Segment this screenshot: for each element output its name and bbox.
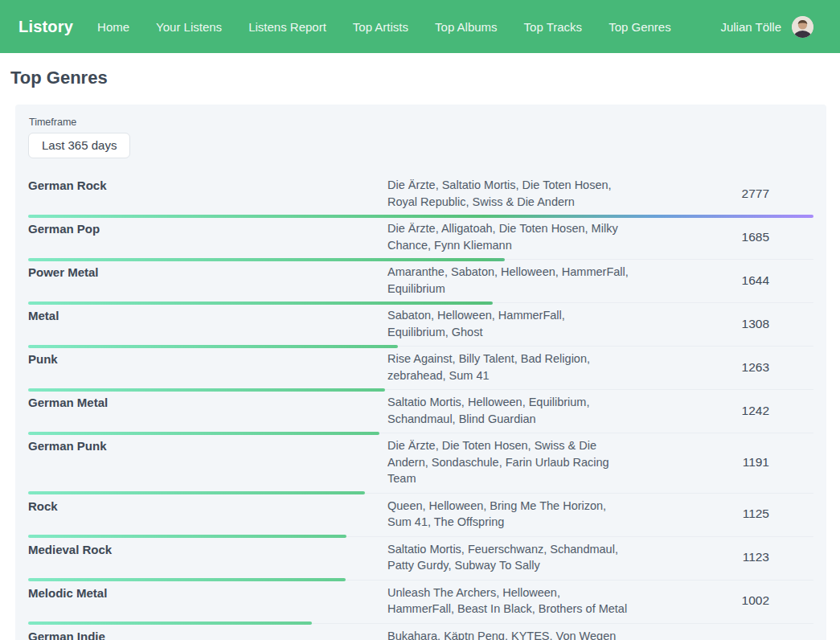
genre-listen-count: 1242 xyxy=(629,404,813,418)
genre-table: German Rock Die Ärzte, Saltatio Mortis, … xyxy=(28,173,813,640)
genre-row: German Pop Die Ärzte, Alligatoah, Die To… xyxy=(28,216,813,260)
genre-row: German Indie Bukahara, Käptn Peng, KYTES… xyxy=(28,624,813,640)
genre-listen-count: 2777 xyxy=(629,187,813,201)
genre-top-artists: Die Ärzte, Alligatoah, Die Toten Hosen, … xyxy=(387,220,629,253)
top-nav: Listory Home Your Listens Listens Report… xyxy=(0,0,840,53)
genre-name: Metal xyxy=(28,307,387,340)
timeframe-label: Timeframe xyxy=(29,117,813,128)
genre-listen-count: 1191 xyxy=(629,455,813,470)
genre-row: German Metal Saltatio Mortis, Helloween,… xyxy=(28,390,813,433)
genre-row: Rock Queen, Helloween, Bring Me The Hori… xyxy=(28,494,813,537)
genre-top-artists: Saltatio Mortis, Feuerschwanz, Schandmau… xyxy=(387,541,629,574)
avatar-photo xyxy=(792,16,813,38)
genre-top-artists: Unleash The Archers, Helloween, HammerFa… xyxy=(387,585,629,617)
nav-item-top-albums[interactable]: Top Albums xyxy=(435,20,498,34)
genre-name: Medieval Rock xyxy=(28,541,387,574)
genre-listen-count: 1308 xyxy=(629,317,813,331)
genre-name: German Indie xyxy=(28,628,387,640)
nav-item-top-tracks[interactable]: Top Tracks xyxy=(524,20,583,34)
genre-listen-count: 1644 xyxy=(629,273,813,288)
nav-item-top-genres[interactable]: Top Genres xyxy=(608,20,671,34)
genre-listen-count: 1263 xyxy=(629,360,813,375)
genre-row: Metal Sabaton, Helloween, HammerFall, Eq… xyxy=(28,303,813,347)
page-title: Top Genres xyxy=(10,68,826,88)
genre-top-artists: Die Ärzte, Die Toten Hosen, Swiss & Die … xyxy=(387,437,629,487)
user-avatar-icon[interactable] xyxy=(792,16,813,38)
top-genres-card: Timeframe Last 365 days German Rock Die … xyxy=(15,105,826,640)
nav-item-home[interactable]: Home xyxy=(97,20,129,34)
genre-top-artists: Bukahara, Käptn Peng, KYTES, Von Wegen L… xyxy=(387,628,629,640)
genre-row: German Rock Die Ärzte, Saltatio Mortis, … xyxy=(28,173,813,216)
genre-name: German Metal xyxy=(28,394,387,427)
genre-listen-count: 1002 xyxy=(629,593,813,608)
app-logo[interactable]: Listory xyxy=(18,18,73,36)
nav-item-your-listens[interactable]: Your Listens xyxy=(156,20,222,34)
genre-listen-count: 1123 xyxy=(629,550,813,564)
genre-row: Punk Rise Against, Billy Talent, Bad Rel… xyxy=(28,347,813,390)
genre-listen-count: 1685 xyxy=(629,230,813,244)
genre-name: Rock xyxy=(28,498,387,531)
page-content: Top Genres Timeframe Last 365 days Germa… xyxy=(0,53,840,640)
genre-top-artists: Sabaton, Helloween, HammerFall, Equilibr… xyxy=(387,307,629,340)
genre-row: Melodic Metal Unleash The Archers, Hello… xyxy=(28,581,813,624)
genre-name: Punk xyxy=(28,351,387,384)
genre-name: German Punk xyxy=(28,437,387,487)
nav-menu: Home Your Listens Listens Report Top Art… xyxy=(97,20,671,34)
genre-top-artists: Die Ärzte, Saltatio Mortis, Die Toten Ho… xyxy=(387,177,629,210)
user-name[interactable]: Julian Tölle xyxy=(720,20,781,34)
genre-listen-count: 926 xyxy=(629,637,813,640)
genre-name: German Pop xyxy=(28,220,387,253)
genre-row: German Punk Die Ärzte, Die Toten Hosen, … xyxy=(28,433,813,494)
nav-user-area: Julian Tölle xyxy=(720,16,813,38)
genre-top-artists: Queen, Helloween, Bring Me The Horizon, … xyxy=(387,498,629,531)
nav-item-top-artists[interactable]: Top Artists xyxy=(353,20,408,34)
genre-top-artists: Rise Against, Billy Talent, Bad Religion… xyxy=(387,351,629,384)
genre-row: Medieval Rock Saltatio Mortis, Feuerschw… xyxy=(28,537,813,581)
genre-name: Power Metal xyxy=(28,264,387,297)
timeframe-select[interactable]: Last 365 days xyxy=(28,133,130,158)
genre-top-artists: Amaranthe, Sabaton, Helloween, HammerFal… xyxy=(387,264,629,297)
genre-name: German Rock xyxy=(28,177,387,210)
nav-item-listens-report[interactable]: Listens Report xyxy=(248,20,326,34)
genre-listen-count: 1125 xyxy=(629,507,813,521)
genre-top-artists: Saltatio Mortis, Helloween, Equilibrium,… xyxy=(387,394,629,427)
genre-row: Power Metal Amaranthe, Sabaton, Hellowee… xyxy=(28,260,813,303)
genre-name: Melodic Metal xyxy=(28,585,387,617)
